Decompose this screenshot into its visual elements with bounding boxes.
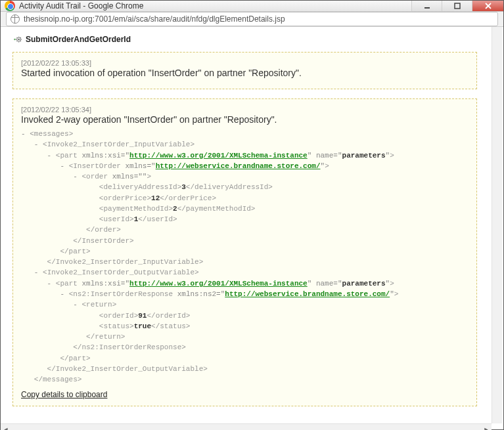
timestamp: [2012/02/22 13:05:34] <box>21 106 469 114</box>
window-buttons <box>411 1 503 11</box>
scroll-left-arrow[interactable]: ◄ <box>1 424 11 430</box>
xml-payload: - <messages> - <Invoke2_InsertOrder_Inpu… <box>21 129 469 385</box>
log-panel-2: [2012/02/22 13:05:34] Invoked 2-way oper… <box>12 98 477 406</box>
close-button[interactable] <box>472 1 503 11</box>
browser-window: Activity Audit Trail - Google Chrome the… <box>0 0 504 430</box>
vertical-scrollbar[interactable] <box>492 27 502 423</box>
svg-rect-0 <box>424 7 430 9</box>
xsi-link[interactable]: http://www.w3.org/2001/XMLSchema-instanc… <box>129 152 308 160</box>
globe-icon <box>11 14 20 24</box>
timestamp: [2012/02/22 13:05:33] <box>21 59 469 67</box>
chrome-icon <box>5 1 15 11</box>
content-wrapper: SubmitOrderAndGetOrderId [2012/02/22 13:… <box>1 27 503 430</box>
url-input[interactable]: thesisnoip.no-ip.org:7001/em/ai/sca/shar… <box>6 12 498 26</box>
copy-to-clipboard-link[interactable]: Copy details to clipboard <box>21 390 107 399</box>
address-bar: thesisnoip.no-ip.org:7001/em/ai/sca/shar… <box>1 12 503 27</box>
svg-point-4 <box>18 39 20 41</box>
minimize-button[interactable] <box>411 1 442 11</box>
log-panel-1: [2012/02/22 13:05:33] Started invocation… <box>12 52 477 89</box>
svg-point-2 <box>14 39 16 41</box>
gear-icon <box>12 35 22 44</box>
ws-link[interactable]: http://webservice.brandname.store.com/ <box>156 162 321 170</box>
window-titlebar: Activity Audit Trail - Google Chrome <box>1 1 503 12</box>
ws-link[interactable]: http://webservice.brandname.store.com/ <box>225 290 390 298</box>
svg-rect-1 <box>455 3 460 9</box>
horizontal-scrollbar[interactable]: ◄ ► <box>1 423 492 430</box>
xsi-link[interactable]: http://www.w3.org/2001/XMLSchema-instanc… <box>129 280 308 288</box>
maximize-button[interactable] <box>442 1 472 11</box>
log-message: Invoked 2-way operation "InsertOrder" on… <box>21 114 469 125</box>
activity-title: SubmitOrderAndGetOrderId <box>26 35 131 44</box>
scroll-right-arrow[interactable]: ► <box>481 424 492 430</box>
url-text: thesisnoip.no-ip.org:7001/em/ai/sca/shar… <box>24 14 285 24</box>
log-message: Started invocation of operation "InsertO… <box>21 68 469 78</box>
page-content: SubmitOrderAndGetOrderId [2012/02/22 13:… <box>1 27 492 423</box>
window-title: Activity Audit Trail - Google Chrome <box>19 1 411 11</box>
activity-header: SubmitOrderAndGetOrderId <box>12 35 477 44</box>
